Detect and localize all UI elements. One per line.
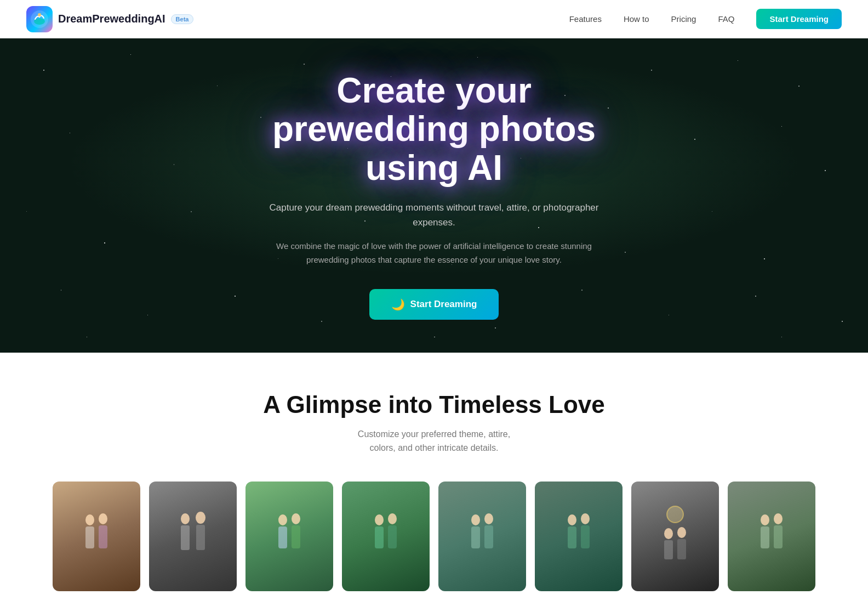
svg-point-19 [471, 514, 480, 525]
svg-rect-29 [664, 540, 673, 559]
svg-rect-26 [581, 525, 590, 548]
svg-point-17 [388, 513, 397, 524]
svg-point-25 [581, 513, 590, 524]
svg-rect-8 [181, 525, 190, 550]
logo: DreamPreweddingAI Beta [26, 6, 193, 32]
svg-point-30 [677, 527, 686, 538]
photo-placeholder [438, 482, 526, 591]
photo-placeholder [342, 482, 430, 591]
nav-faq[interactable]: FAQ [718, 14, 734, 24]
svg-point-9 [196, 512, 205, 524]
gallery-item [149, 482, 237, 591]
hero-subtitle: Capture your dream prewedding moments wi… [255, 200, 613, 230]
svg-point-27 [667, 506, 683, 523]
gallery-item [728, 482, 815, 591]
photo-placeholder [728, 482, 815, 591]
gallery-item [438, 482, 526, 591]
photo-placeholder [53, 482, 140, 591]
photo-placeholder [631, 482, 719, 591]
logo-badge: Beta [171, 14, 194, 24]
svg-rect-35 [774, 525, 783, 548]
photo-placeholder [149, 482, 237, 591]
svg-rect-12 [278, 526, 287, 548]
svg-point-15 [375, 514, 384, 525]
nav-cta-button[interactable]: Start Dreaming [756, 9, 842, 29]
logo-icon [26, 6, 53, 32]
svg-rect-22 [484, 525, 493, 548]
svg-rect-31 [677, 539, 686, 559]
svg-rect-16 [375, 526, 384, 548]
svg-point-11 [278, 514, 287, 525]
nav-howto[interactable]: How to [624, 14, 649, 24]
logo-text: DreamPreweddingAI [58, 13, 165, 25]
hero-cta-button[interactable]: 🌙 Start Dreaming [369, 289, 499, 320]
gallery-grid [13, 482, 855, 591]
svg-rect-6 [99, 525, 107, 548]
svg-point-7 [181, 513, 190, 524]
gallery-title: A Glimpse into Timeless Love [13, 391, 855, 418]
gallery-item [342, 482, 430, 591]
svg-point-2 [38, 13, 41, 16]
svg-rect-4 [85, 526, 94, 548]
svg-rect-20 [471, 526, 480, 548]
nav-links: Features How to Pricing FAQ Start Dreami… [569, 9, 842, 29]
gallery-item [535, 482, 623, 591]
photo-placeholder [535, 482, 623, 591]
svg-point-28 [664, 528, 673, 539]
gallery-item [631, 482, 719, 591]
photo-placeholder [245, 482, 333, 591]
hero-section: Create your prewedding photos using AI C… [0, 38, 868, 353]
svg-point-13 [292, 513, 300, 524]
hero-btn-icon: 🌙 [391, 298, 405, 311]
svg-rect-33 [761, 526, 769, 548]
nav-pricing[interactable]: Pricing [671, 14, 696, 24]
svg-rect-10 [196, 525, 205, 550]
hero-btn-label: Start Dreaming [410, 299, 477, 310]
hero-title: Create your prewedding photos using AI [255, 71, 613, 187]
svg-rect-18 [388, 525, 397, 548]
svg-rect-24 [568, 526, 576, 548]
gallery-item [53, 482, 140, 591]
hero-description: We combine the magic of love with the po… [255, 239, 613, 267]
hero-content: Create your prewedding photos using AI C… [242, 38, 626, 353]
svg-point-5 [99, 513, 107, 524]
navbar: DreamPreweddingAI Beta Features How to P… [0, 0, 868, 38]
svg-point-23 [568, 514, 576, 525]
gallery-item [245, 482, 333, 591]
gallery-section: A Glimpse into Timeless Love Customize y… [0, 353, 868, 606]
nav-features[interactable]: Features [569, 14, 602, 24]
svg-point-34 [774, 513, 783, 524]
svg-point-3 [85, 514, 94, 525]
gallery-subtitle: Customize your preferred theme, attire,c… [13, 427, 855, 455]
svg-point-32 [761, 514, 769, 525]
svg-point-21 [484, 513, 493, 524]
svg-rect-14 [292, 525, 300, 548]
